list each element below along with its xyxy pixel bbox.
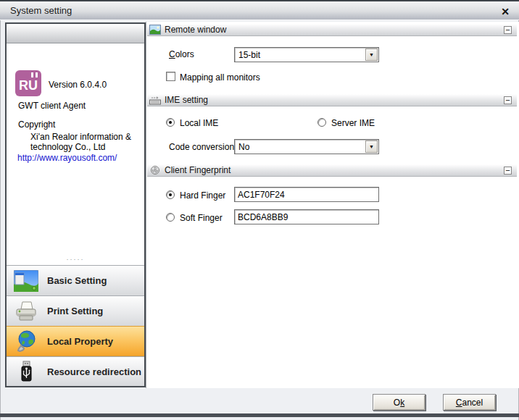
company-line2: technology Co., Ltd [30, 142, 105, 152]
collapse-icon[interactable]: − [504, 26, 512, 34]
version-text: Version 6.0.4.0 [49, 80, 107, 90]
mapping-all-monitors-label: Mapping all monitors [180, 72, 260, 83]
section-header-ime-setting: IME setting − [147, 94, 517, 106]
soft-finger-label: Soft Finger [180, 213, 223, 223]
sidebar-item-resource-redirection[interactable]: Resource redirection [7, 356, 144, 386]
cancel-button[interactable]: Cancel [443, 394, 496, 411]
sidebar-item-label: Basic Setting [47, 275, 107, 286]
copyright-label: Copyright [18, 119, 55, 130]
collapse-icon[interactable]: − [504, 167, 512, 175]
printer-icon [14, 301, 38, 322]
dropdown-arrow-icon[interactable]: ▼ [365, 140, 378, 153]
dropdown-arrow-icon[interactable]: ▼ [365, 49, 378, 61]
agent-text: GWT client Agent [18, 101, 86, 111]
window-bottom-edge [0, 413, 519, 417]
close-icon[interactable]: ✕ [497, 4, 513, 20]
code-conversion-dropdown[interactable]: No ▼ [234, 139, 379, 154]
local-ime-radio[interactable] [166, 118, 175, 127]
section-header-remote-window: Remote window − [147, 24, 517, 36]
svg-text:RU: RU [19, 78, 38, 93]
sidebar-item-label: Local Property [47, 336, 113, 347]
section-header-client-fingerprint: Client Fingerprint − [147, 164, 517, 177]
fingerprint-icon [149, 165, 161, 175]
ok-button[interactable]: Ok [373, 394, 425, 411]
local-ime-label: Local IME [180, 118, 218, 128]
soft-finger-radio[interactable] [166, 213, 175, 222]
picture-icon [149, 25, 161, 35]
sidebar: RU Version 6.0.4.0 GWT client Agent Copy… [5, 22, 146, 387]
collapse-icon[interactable]: − [504, 96, 512, 104]
keyboard-icon [149, 95, 161, 105]
mapping-all-monitors-checkbox[interactable] [166, 72, 175, 81]
sidebar-item-label: Resource redirection [47, 366, 141, 377]
hard-finger-label: Hard Finger [180, 190, 225, 201]
code-conversion-value: No [238, 142, 249, 152]
globe-plug-icon [14, 330, 38, 352]
titlebar: System setting ✕ [0, 0, 519, 20]
desktop-icon [14, 270, 38, 292]
about-panel: RU Version 6.0.4.0 GWT client Agent Copy… [7, 43, 144, 261]
hard-finger-input[interactable] [234, 187, 379, 202]
section-title: Remote window [165, 25, 226, 35]
sidebar-item-local-property[interactable]: Local Property [7, 326, 144, 356]
code-conversion-label: Code conversion [169, 142, 234, 152]
server-ime-label: Server IME [331, 118, 375, 128]
splitter-handle[interactable]: ····· [7, 257, 144, 264]
section-title: IME setting [165, 95, 208, 105]
settings-panel: Remote window − Colors 15-bit ▼ Mapping … [146, 22, 519, 388]
sidebar-item-print-setting[interactable]: Print Setting [7, 295, 144, 326]
colors-dropdown[interactable]: 15-bit ▼ [234, 47, 379, 62]
colors-dropdown-value: 15-bit [238, 50, 260, 60]
usb-drive-icon [14, 361, 38, 382]
window-title: System setting [10, 5, 72, 16]
company-line1: Xi'an Realor information & [30, 132, 131, 142]
sidebar-item-basic-setting[interactable]: Basic Setting [7, 265, 144, 295]
app-logo-icon: RU [15, 70, 41, 96]
hard-finger-radio[interactable] [166, 190, 175, 199]
website-link[interactable]: http://www.rayousoft.com/ [17, 153, 117, 163]
sidebar-header-strip [7, 24, 144, 43]
sidebar-item-label: Print Setting [47, 306, 103, 316]
system-setting-dialog: System setting ✕ RU Version 6.0.4.0 GWT … [0, 0, 519, 420]
section-title: Client Fingerprint [165, 165, 231, 175]
server-ime-radio[interactable] [317, 118, 326, 127]
colors-label: Colors [169, 49, 194, 59]
soft-finger-input[interactable] [234, 209, 379, 224]
